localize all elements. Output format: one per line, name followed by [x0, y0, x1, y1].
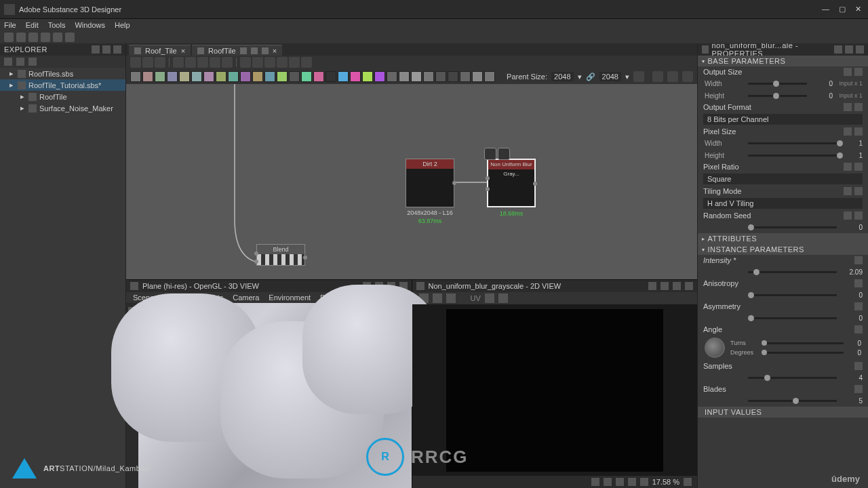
link-icon[interactable]: 🔗 — [586, 73, 595, 81]
maximize-button[interactable]: ▢ — [839, 5, 846, 14]
slider[interactable] — [748, 377, 837, 379]
swatch[interactable] — [252, 71, 263, 82]
swatch[interactable] — [460, 71, 471, 82]
section-input-values[interactable]: INPUT VALUES — [698, 407, 868, 418]
info-icon[interactable] — [485, 293, 494, 303]
swatch[interactable] — [484, 71, 495, 82]
output-port[interactable] — [303, 256, 307, 260]
gtool-icon[interactable] — [252, 57, 263, 68]
v3d-menu-camera[interactable]: Camera — [233, 293, 259, 302]
swatch[interactable] — [338, 71, 349, 82]
link-icon[interactable] — [844, 103, 852, 111]
section-instance-parameters[interactable]: ▾INSTANCE PARAMETERS — [698, 244, 868, 255]
menu-tools[interactable]: Tools — [48, 21, 66, 29]
histogram-icon[interactable] — [498, 293, 508, 303]
tile-icon[interactable] — [604, 478, 612, 486]
prop-value[interactable]: 0 — [841, 314, 863, 322]
output-port[interactable] — [452, 181, 456, 185]
export-icon[interactable] — [433, 293, 442, 303]
swatch[interactable] — [228, 71, 239, 82]
swatch[interactable] — [399, 71, 410, 82]
info-icon[interactable] — [652, 71, 663, 82]
node-badge-icon[interactable] — [498, 148, 510, 160]
dot-icon[interactable] — [628, 478, 636, 486]
gtool-icon[interactable] — [277, 57, 288, 68]
bg-icon[interactable] — [616, 478, 624, 486]
explorer-tool-icon[interactable] — [4, 58, 12, 66]
prop-value[interactable]: 0 — [841, 291, 863, 299]
swatch[interactable] — [423, 71, 434, 82]
close-button[interactable]: ✕ — [855, 5, 861, 14]
link-icon[interactable] — [844, 127, 852, 136]
menu-icon[interactable] — [854, 103, 863, 111]
prop-value[interactable]: 0 — [848, 340, 861, 347]
gtool-icon[interactable] — [222, 57, 233, 68]
view2d-viewport[interactable] — [412, 304, 698, 476]
link-icon[interactable] — [844, 211, 852, 220]
swatch[interactable] — [350, 71, 361, 82]
minimize-button[interactable]: — — [822, 5, 829, 14]
link-icon[interactable] — [844, 187, 852, 195]
node-blend[interactable]: Blend — [256, 244, 305, 266]
gtool-icon[interactable] — [173, 57, 184, 68]
pixel-ratio-dropdown[interactable]: Square — [703, 174, 863, 184]
swatch[interactable] — [301, 71, 312, 82]
tab-opt1-icon[interactable] — [240, 47, 247, 54]
slider[interactable] — [748, 400, 837, 402]
output-format-dropdown[interactable]: 8 Bits per Channel — [703, 114, 863, 125]
swatch[interactable] — [264, 71, 275, 82]
grid-icon[interactable] — [591, 478, 599, 486]
menu-icon[interactable] — [854, 325, 863, 333]
swatch[interactable] — [167, 71, 178, 82]
swatch[interactable] — [155, 71, 165, 82]
gtool-icon[interactable] — [185, 57, 196, 68]
node-blur[interactable]: Non Uniform Blur Gray... 18.68ms — [487, 159, 536, 207]
node-dirt[interactable]: Dirt 2 2048x2048 - L16 63.87ms — [406, 159, 454, 207]
pin-icon[interactable] — [102, 45, 111, 54]
gtool-icon[interactable] — [240, 57, 251, 68]
export-icon[interactable] — [53, 33, 62, 42]
swatch[interactable] — [374, 71, 385, 82]
slider[interactable] — [748, 317, 837, 319]
prop-value[interactable]: 5 — [841, 397, 863, 405]
max-icon[interactable] — [660, 282, 669, 290]
slider[interactable] — [748, 226, 837, 228]
swatch[interactable] — [313, 71, 324, 82]
slider[interactable] — [748, 83, 807, 85]
prop-value[interactable]: 0 — [848, 349, 861, 357]
menu-help[interactable]: Help — [115, 21, 130, 29]
menu-icon[interactable] — [854, 163, 863, 171]
explorer-item[interactable]: ▸Surface_Noise_Maker — [0, 102, 125, 114]
prop-value[interactable]: 1 — [841, 140, 863, 147]
slider[interactable] — [748, 95, 807, 97]
swatch[interactable] — [448, 71, 458, 82]
slider[interactable] — [748, 142, 837, 144]
tiling-mode-dropdown[interactable]: H and V Tiling — [703, 198, 863, 209]
uv-label[interactable]: UV — [471, 294, 481, 302]
section-attributes[interactable]: ▸ATTRIBUTES — [698, 233, 868, 244]
parent-size-value[interactable]: 2048 — [551, 72, 573, 81]
gtool-icon[interactable] — [197, 57, 208, 68]
input-port[interactable] — [486, 187, 490, 191]
gtool-icon[interactable] — [301, 57, 312, 68]
pin-icon[interactable] — [648, 282, 656, 290]
perf-icon[interactable] — [667, 71, 678, 82]
swatch[interactable] — [203, 71, 214, 82]
swatch[interactable] — [130, 71, 141, 82]
prop-value[interactable]: 2.09 — [841, 268, 863, 276]
slider[interactable] — [748, 155, 837, 157]
tab-opt3-icon[interactable] — [262, 47, 269, 54]
close-icon[interactable] — [685, 282, 693, 290]
menu-icon[interactable] — [854, 187, 863, 195]
swatch[interactable] — [435, 71, 446, 82]
dropdown-icon[interactable]: ▾ — [625, 73, 629, 81]
menu-icon[interactable] — [854, 279, 863, 287]
menu-icon[interactable] — [854, 385, 863, 393]
input-port[interactable] — [254, 260, 258, 264]
prop-value[interactable]: 1 — [841, 152, 863, 159]
menu-icon[interactable] — [854, 68, 863, 76]
menu-file[interactable]: File — [4, 21, 16, 29]
swatch[interactable] — [411, 71, 422, 82]
input-port[interactable] — [254, 251, 258, 256]
menu-icon[interactable] — [854, 211, 863, 220]
